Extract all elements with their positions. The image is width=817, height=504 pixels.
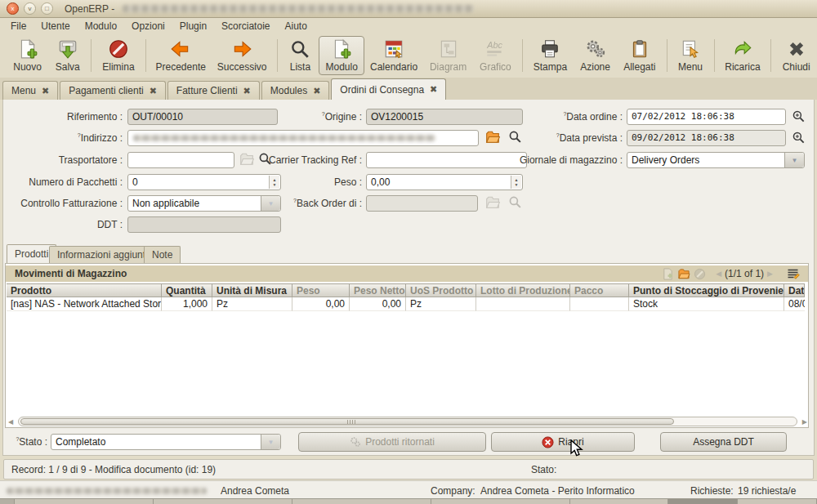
cell-lotto[interactable]: [476, 297, 570, 311]
menu-button[interactable]: Menu: [671, 36, 709, 75]
form-view-button-label: Modulo: [325, 61, 357, 73]
cell-punto-stoccaggio[interactable]: Stock: [629, 297, 784, 311]
taskbar-segment[interactable]: [0, 499, 15, 504]
spinner-arrows-icon[interactable]: ▲▼: [511, 176, 521, 189]
action-button[interactable]: Azione: [574, 36, 617, 75]
column-header[interactable]: UoS Prodotto: [406, 283, 476, 297]
chevron-down-icon[interactable]: ▼: [784, 153, 804, 167]
previous-button[interactable]: Precedente: [150, 36, 212, 75]
menu-aiuto[interactable]: Aiuto: [277, 19, 314, 33]
scrollbar-thumb[interactable]: [20, 418, 674, 425]
menu-modulo[interactable]: Modulo: [78, 19, 124, 33]
stock-moves-table: Prodotto Quantità Unità di Misura Peso P…: [7, 283, 805, 311]
horizontal-scrollbar[interactable]: ◀ ▶: [8, 416, 807, 427]
list-view-button[interactable]: Lista: [281, 36, 319, 75]
close-tab-icon[interactable]: ✖: [430, 84, 437, 95]
taskbar-segment-active[interactable]: [668, 499, 738, 504]
window-maximize-icon[interactable]: □: [41, 2, 53, 15]
menu-utente[interactable]: Utente: [33, 19, 77, 33]
calendar-view-button[interactable]: Calendario: [364, 36, 423, 75]
carrier-tracking-field[interactable]: [366, 152, 527, 168]
cell-uos-prodotto[interactable]: Pz: [406, 297, 476, 311]
menu-file[interactable]: File: [3, 19, 33, 33]
spinner-arrows-icon[interactable]: ▲▼: [269, 176, 279, 189]
indirizzo-field[interactable]: [127, 130, 479, 146]
reload-button[interactable]: Ricarica: [718, 36, 766, 75]
delete-icon: [108, 38, 129, 60]
column-header[interactable]: Punto di Stoccaggio di Provenienza: [629, 283, 784, 297]
taskbar-segment[interactable]: [292, 499, 431, 504]
table-header-row: Prodotto Quantità Unità di Misura Peso P…: [7, 283, 805, 297]
column-header[interactable]: Prodotto: [7, 283, 162, 297]
form-view-button[interactable]: Modulo: [319, 36, 364, 75]
scroll-left-icon[interactable]: ◀: [8, 418, 18, 426]
column-header[interactable]: Peso: [292, 283, 350, 297]
search-record-icon[interactable]: [508, 130, 522, 144]
tab-ordini-di-consegna[interactable]: Ordini di Consegna ✖: [331, 78, 446, 100]
menu-opzioni[interactable]: Opzioni: [124, 19, 172, 33]
open-row-folder-icon[interactable]: [677, 268, 690, 280]
riapri-button[interactable]: Riapri: [491, 432, 635, 452]
assegna-ddt-button[interactable]: Assegna DDT: [660, 432, 787, 452]
data-ordine-field[interactable]: 07/02/2012 18:06:38: [627, 109, 786, 125]
column-header[interactable]: Peso Netto: [350, 283, 406, 297]
cell-prodotto[interactable]: [nas] NAS - Network Attached Storage: [7, 297, 162, 311]
window-minimize-icon[interactable]: v: [24, 2, 36, 15]
column-header[interactable]: Data: [784, 283, 805, 297]
attachments-button[interactable]: Allegati: [617, 36, 662, 75]
column-header[interactable]: Lotto di Produzione: [476, 283, 570, 297]
date-zoom-icon[interactable]: [792, 131, 806, 145]
toolbar: Nuovo Salva Elimina Precedente Successiv…: [0, 33, 817, 78]
blurred-server-text: [7, 488, 207, 494]
next-button[interactable]: Successivo: [212, 36, 273, 75]
cell-pacco[interactable]: [570, 297, 629, 311]
column-header[interactable]: Quantità: [162, 283, 212, 297]
date-zoom-icon[interactable]: [792, 109, 806, 123]
cell-data[interactable]: 08/02/2012: [784, 297, 805, 311]
tab-fatture-clienti[interactable]: Fatture Clienti ✖: [167, 81, 260, 100]
red-close-icon: [542, 436, 554, 448]
scroll-right-icon[interactable]: ▶: [797, 418, 807, 426]
close-tab-icon[interactable]: ✖: [313, 86, 320, 96]
search-record-icon-disabled: [508, 195, 522, 209]
tab-pagamenti-clienti[interactable]: Pagamenti clienti ✖: [60, 81, 166, 100]
trasportatore-field[interactable]: [127, 152, 234, 168]
graph-view-button: Abc Grafico: [473, 36, 518, 75]
cell-unita-misura[interactable]: Pz: [212, 297, 292, 311]
new-button-label: Nuovo: [13, 61, 42, 73]
scrollbar-trough[interactable]: [18, 417, 797, 426]
table-row[interactable]: [nas] NAS - Network Attached Storage 1,0…: [7, 297, 805, 311]
window-close-icon[interactable]: x: [7, 2, 19, 15]
column-header[interactable]: Pacco: [570, 283, 629, 297]
open-record-folder-icon[interactable]: [485, 130, 499, 144]
save-button[interactable]: Salva: [48, 36, 87, 75]
giornale-combo[interactable]: Delivery Orders ▼: [627, 152, 805, 168]
taskbar-segment[interactable]: [431, 499, 570, 504]
close-button[interactable]: Chiudi: [775, 36, 817, 75]
menu-pointer-icon: [680, 38, 701, 60]
taskbar-segment[interactable]: [738, 499, 817, 504]
cell-peso[interactable]: 0,00: [292, 297, 350, 311]
peso-spinner[interactable]: 0,00 ▲▼: [366, 174, 523, 190]
taskbar-segment[interactable]: [154, 499, 292, 504]
cell-quantita[interactable]: 1,000: [162, 297, 212, 311]
delete-button[interactable]: Elimina: [96, 36, 141, 75]
switch-view-icon[interactable]: [786, 267, 800, 280]
tab-modules[interactable]: Modules ✖: [261, 81, 330, 100]
menu-scorciatoie[interactable]: Scorciatoie: [214, 19, 277, 33]
new-button[interactable]: Nuovo: [7, 36, 48, 75]
pager-text: (1/1 of 1): [725, 268, 764, 279]
cell-peso-netto[interactable]: 0,00: [350, 297, 406, 311]
close-tab-icon[interactable]: ✖: [150, 86, 157, 96]
menu-plugin[interactable]: Plugin: [172, 19, 214, 33]
taskbar-segment[interactable]: [570, 499, 668, 504]
close-tab-icon[interactable]: ✖: [42, 86, 49, 96]
close-tab-icon[interactable]: ✖: [243, 86, 251, 96]
tab-note[interactable]: Note: [144, 246, 181, 263]
attachments-button-label: Allegati: [623, 61, 655, 73]
column-header[interactable]: Unità di Misura: [212, 283, 292, 297]
taskbar-segment[interactable]: [15, 499, 154, 504]
numero-pacchetti-spinner[interactable]: 0 ▲▼: [127, 174, 281, 190]
print-button[interactable]: Stampa: [527, 36, 574, 75]
tab-menu[interactable]: Menu ✖: [2, 81, 58, 100]
